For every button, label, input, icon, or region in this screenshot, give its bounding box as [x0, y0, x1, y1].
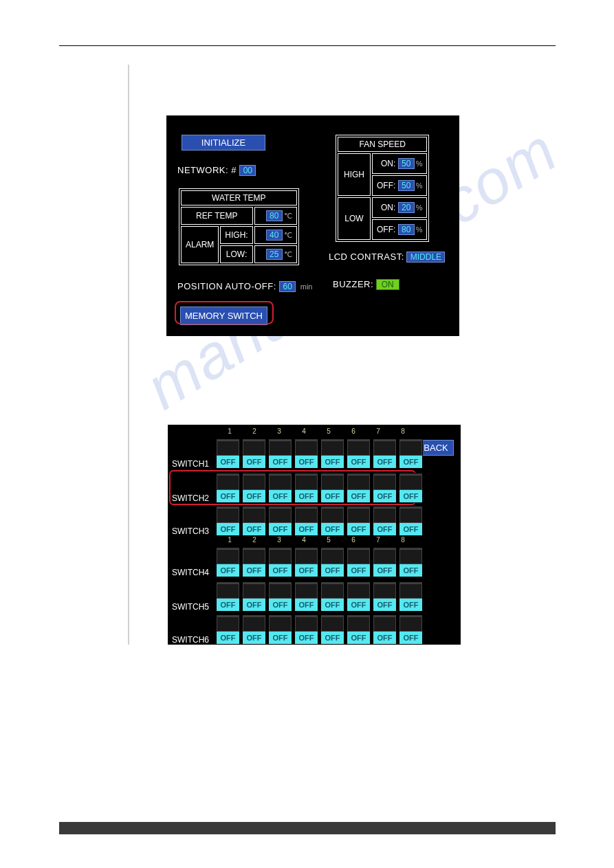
switch-toggle[interactable]: OFF: [373, 547, 397, 577]
switch-state: OFF: [321, 523, 344, 535]
switch-toggle[interactable]: OFF: [373, 438, 397, 469]
alarm-low-value[interactable]: 25: [266, 249, 283, 260]
switch-state: OFF: [269, 523, 292, 535]
switch-toggle[interactable]: OFF: [242, 581, 266, 612]
fan-off-label: OFF:: [377, 181, 395, 190]
switch-indicator: [321, 475, 344, 490]
switch-toggle[interactable]: OFF: [399, 614, 423, 645]
switch-toggle[interactable]: OFF: [216, 506, 240, 536]
initialize-button[interactable]: INITIALIZE: [182, 135, 265, 151]
switch-state: OFF: [217, 456, 239, 468]
switch-toggle[interactable]: OFF: [294, 473, 318, 503]
switch-indicator: [321, 616, 344, 632]
switch-toggle[interactable]: OFF: [268, 581, 292, 612]
switch-toggle[interactable]: OFF: [347, 473, 371, 503]
switch-toggle[interactable]: OFF: [268, 547, 292, 577]
switch-toggle[interactable]: OFF: [399, 438, 423, 469]
switch-toggle[interactable]: OFF: [373, 581, 397, 612]
switch-toggle[interactable]: OFF: [373, 614, 397, 645]
column-number: 5: [316, 536, 341, 544]
switch-toggle[interactable]: OFF: [294, 614, 318, 645]
top-rule: [59, 45, 556, 46]
fan-high-off-value[interactable]: 50: [398, 180, 415, 191]
alarm-high-unit: ℃: [284, 231, 292, 239]
switch-state: OFF: [399, 523, 422, 535]
switch-toggle[interactable]: OFF: [399, 506, 423, 536]
position-auto-off-value[interactable]: 60: [279, 281, 296, 292]
switch-toggle[interactable]: OFF: [216, 614, 240, 645]
switch-indicator: [321, 583, 344, 599]
switch-toggle[interactable]: OFF: [347, 506, 371, 536]
fan-high-on-value[interactable]: 50: [398, 158, 415, 169]
switch-toggle[interactable]: OFF: [216, 473, 240, 503]
switch-toggle[interactable]: OFF: [320, 547, 344, 577]
switch-toggle[interactable]: OFF: [216, 438, 240, 469]
switch-indicator: [243, 475, 265, 490]
switch-toggle[interactable]: OFF: [216, 547, 240, 577]
fan-low-on-value[interactable]: 20: [398, 202, 415, 213]
switch-toggle[interactable]: OFF: [320, 438, 344, 469]
switch-indicator: [399, 616, 422, 632]
switch-toggle[interactable]: OFF: [320, 506, 344, 536]
switch-state: OFF: [373, 490, 396, 502]
switch-toggle[interactable]: OFF: [347, 614, 371, 645]
switch-state: OFF: [373, 456, 396, 468]
switch-toggle[interactable]: OFF: [373, 473, 397, 503]
lcd-contrast-value[interactable]: MIDDLE: [406, 252, 445, 263]
fan-unit: %: [416, 203, 423, 212]
switch-toggle[interactable]: OFF: [242, 547, 266, 577]
switch-toggle[interactable]: OFF: [347, 581, 371, 612]
switch-toggle[interactable]: OFF: [320, 581, 344, 612]
fan-speed-title: FAN SPEED: [338, 137, 427, 152]
buzzer-label: BUZZER:: [333, 279, 373, 289]
switch-toggle[interactable]: OFF: [399, 581, 423, 612]
switch-toggle[interactable]: OFF: [268, 614, 292, 645]
switch-toggle[interactable]: OFF: [294, 506, 318, 536]
switch-toggle[interactable]: OFF: [294, 581, 318, 612]
switch-indicator: [269, 616, 292, 632]
switch-toggle[interactable]: OFF: [216, 581, 240, 612]
switch-indicator: [269, 508, 292, 523]
switch-indicator: [373, 583, 396, 599]
switch-indicator: [399, 475, 422, 490]
fan-low-off-value[interactable]: 80: [398, 224, 415, 235]
alarm-low-unit: ℃: [284, 250, 292, 258]
switch-state: OFF: [269, 456, 292, 468]
lcd-contrast-label: LCD CONTRAST:: [329, 252, 404, 262]
switch-toggle[interactable]: OFF: [242, 438, 266, 469]
alarm-high-value[interactable]: 40: [266, 230, 283, 241]
switch-row-label: SWITCH2: [172, 493, 216, 503]
switch-indicator: [373, 508, 396, 523]
switch-toggle[interactable]: OFF: [268, 506, 292, 536]
switch-indicator: [373, 475, 396, 490]
switch-toggle[interactable]: OFF: [347, 438, 371, 469]
switch-toggle[interactable]: OFF: [268, 438, 292, 469]
switch-indicator: [373, 616, 396, 632]
switch-toggle[interactable]: OFF: [373, 506, 397, 536]
network-value[interactable]: 00: [239, 165, 256, 176]
switch-toggle[interactable]: OFF: [347, 547, 371, 577]
switch-indicator: [217, 616, 239, 632]
buzzer-value[interactable]: ON: [376, 279, 399, 290]
switch-toggle[interactable]: OFF: [242, 614, 266, 645]
column-number: 4: [292, 536, 316, 544]
fan-speed-table: FAN SPEED HIGH ON: 50% OFF: 50% LOW ON: …: [336, 135, 429, 242]
switch-state: OFF: [243, 599, 265, 611]
switch-toggle[interactable]: OFF: [242, 473, 266, 503]
switch-state: OFF: [399, 490, 422, 502]
switch-toggle[interactable]: OFF: [242, 506, 266, 536]
fan-low-label: LOW: [338, 197, 371, 240]
switch-toggle[interactable]: OFF: [399, 547, 423, 577]
switch-state: OFF: [269, 564, 292, 577]
switch-toggle[interactable]: OFF: [294, 547, 318, 577]
switch-toggle[interactable]: OFF: [268, 473, 292, 503]
switch-toggle[interactable]: OFF: [320, 473, 344, 503]
position-auto-off-unit: min: [300, 282, 313, 291]
switch-toggle[interactable]: OFF: [399, 473, 423, 503]
switch-toggle[interactable]: OFF: [320, 614, 344, 645]
switch-toggle[interactable]: OFF: [294, 438, 318, 469]
switch-indicator: [243, 441, 265, 456]
switch-indicator: [217, 549, 239, 564]
ref-temp-value[interactable]: 80: [266, 210, 283, 221]
column-number: 4: [292, 427, 316, 435]
